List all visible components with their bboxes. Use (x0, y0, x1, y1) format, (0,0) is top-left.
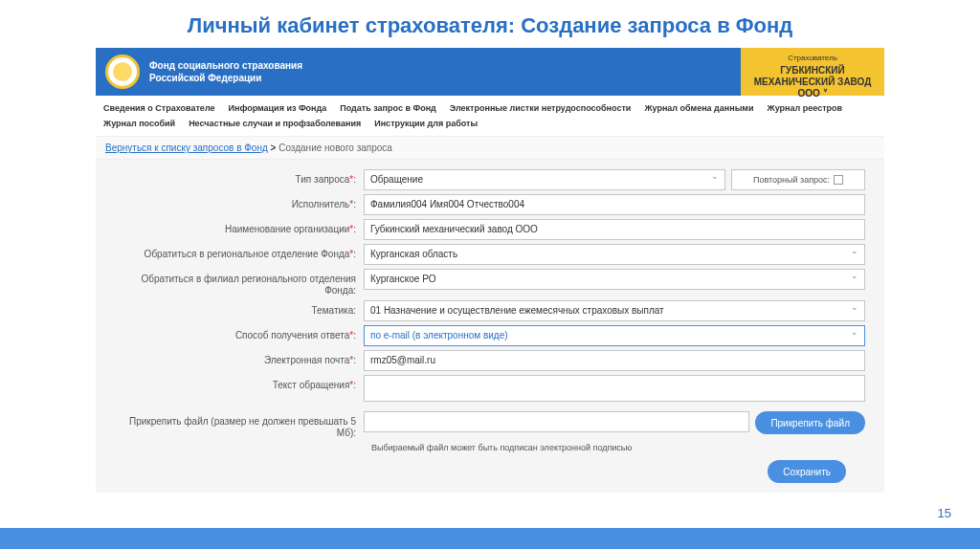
user-name: ГУБКИНСКИЙ МЕХАНИЧЕСКИЙ ЗАВОД ООО ˅ (748, 65, 877, 99)
breadcrumb-back-link[interactable]: Вернуться к списку запросов в Фонд (105, 143, 268, 153)
input-type[interactable]: Обращение ⌄ (364, 169, 725, 190)
row-branch: Обратиться в филиал регионального отделе… (115, 269, 865, 296)
user-badge[interactable]: Страхователь ГУБКИНСКИЙ МЕХАНИЧЕСКИЙ ЗАВ… (741, 48, 884, 96)
label-executor: Исполнитель*: (115, 194, 364, 210)
nav-item-benefits-log[interactable]: Журнал пособий (103, 117, 175, 130)
org-line1: Фонд социального страхования (149, 59, 302, 72)
input-regional[interactable]: Курганская область ⌄ (364, 244, 865, 265)
row-text: Текст обращения*: (115, 375, 865, 402)
input-branch[interactable]: Курганское РО ⌄ (364, 269, 865, 290)
slide-title: Личный кабинет страхователя: Создание за… (0, 0, 980, 48)
page-number: 15 (938, 506, 951, 520)
label-branch: Обратиться в филиал регионального отделе… (115, 269, 364, 296)
org-text: Фонд социального страхования Российской … (149, 59, 302, 84)
label-email: Электронная почта*: (115, 350, 364, 366)
label-attach: Прикрепить файл (размер не должен превыш… (115, 411, 364, 439)
chevron-down-icon: ⌄ (711, 171, 719, 181)
chevron-down-icon: ⌄ (851, 327, 858, 337)
form-area: Тип запроса*: Обращение ⌄ Повторный запр… (96, 160, 884, 493)
input-text-body[interactable] (364, 375, 865, 402)
nav-menu: Сведения о Страхователе Информация из Фо… (96, 96, 884, 137)
row-executor: Исполнитель*: Фамилия004 Имя004 Отчество… (115, 194, 865, 215)
save-button[interactable]: Сохранить (768, 460, 846, 483)
chevron-down-icon: ⌄ (851, 246, 858, 255)
label-topic: Тематика: (115, 300, 364, 317)
row-topic: Тематика: 01 Назначение и осуществление … (115, 300, 865, 321)
row-regional: Обратиться в региональное отделение Фонд… (115, 244, 865, 265)
attach-hint: Выбираемый файл может быть подписан элек… (371, 443, 865, 452)
repeat-label: Повторный запрос: (753, 175, 830, 185)
nav-item-exchange-log[interactable]: Журнал обмена данными (644, 101, 753, 115)
breadcrumb-sep: > (271, 143, 279, 153)
nav-item-fund-info[interactable]: Информация из Фонда (228, 101, 326, 115)
app-window: Фонд социального страхования Российской … (96, 48, 884, 493)
repeat-checkbox[interactable] (834, 175, 843, 185)
label-type: Тип запроса*: (115, 169, 364, 186)
repeat-checkbox-wrap[interactable]: Повторный запрос: (731, 169, 865, 190)
input-orgname[interactable]: Губкинский механический завод ООО (364, 219, 865, 240)
input-topic[interactable]: 01 Назначение и осуществление ежемесячны… (364, 300, 865, 321)
nav-item-eln[interactable]: Электронные листки нетрудоспособности (450, 101, 632, 115)
nav-item-submit-request[interactable]: Подать запрос в Фонд (340, 101, 436, 115)
bottom-stripe (0, 528, 980, 549)
row-orgname: Наименование организации*: Губкинский ме… (115, 219, 865, 240)
row-type: Тип запроса*: Обращение ⌄ Повторный запр… (115, 169, 865, 190)
nav-item-insurer-info[interactable]: Сведения о Страхователе (103, 101, 214, 115)
logo-section: Фонд социального страхования Российской … (96, 48, 741, 96)
row-delivery: Способ получения ответа*: по e-mail (в э… (115, 325, 865, 346)
save-row: Сохранить (115, 460, 865, 483)
label-delivery: Способ получения ответа*: (115, 325, 364, 341)
label-orgname: Наименование организации*: (115, 219, 364, 235)
nav-item-accidents[interactable]: Несчастные случаи и профзаболевания (189, 117, 361, 130)
row-attach: Прикрепить файл (размер не должен превыш… (115, 411, 865, 439)
chevron-down-icon: ⌄ (851, 271, 858, 280)
label-text: Текст обращения*: (115, 375, 364, 391)
org-line2: Российской Федерации (149, 72, 302, 84)
input-delivery[interactable]: по e-mail (в электронном виде) ⌄ (364, 325, 865, 346)
input-email[interactable]: rmz05@mail.ru (364, 350, 865, 371)
user-role: Страхователь (748, 54, 877, 63)
breadcrumb-current: Создание нового запроса (278, 143, 392, 153)
row-email: Электронная почта*: rmz05@mail.ru (115, 350, 865, 371)
nav-item-registry-log[interactable]: Журнал реестров (768, 101, 843, 115)
label-regional: Обратиться в региональное отделение Фонд… (115, 244, 364, 260)
input-type-value: Обращение (370, 174, 423, 185)
attach-file-button[interactable]: Прикрепить файл (755, 411, 865, 434)
chevron-down-icon: ⌄ (851, 302, 858, 312)
breadcrumb: Вернуться к списку запросов в Фонд > Соз… (96, 137, 884, 160)
input-executor[interactable]: Фамилия004 Имя004 Отчество004 (364, 194, 865, 215)
logo-icon (105, 55, 140, 89)
nav-item-instructions[interactable]: Инструкции для работы (374, 117, 478, 130)
input-file[interactable] (364, 411, 749, 432)
header-bar: Фонд социального страхования Российской … (96, 48, 884, 96)
